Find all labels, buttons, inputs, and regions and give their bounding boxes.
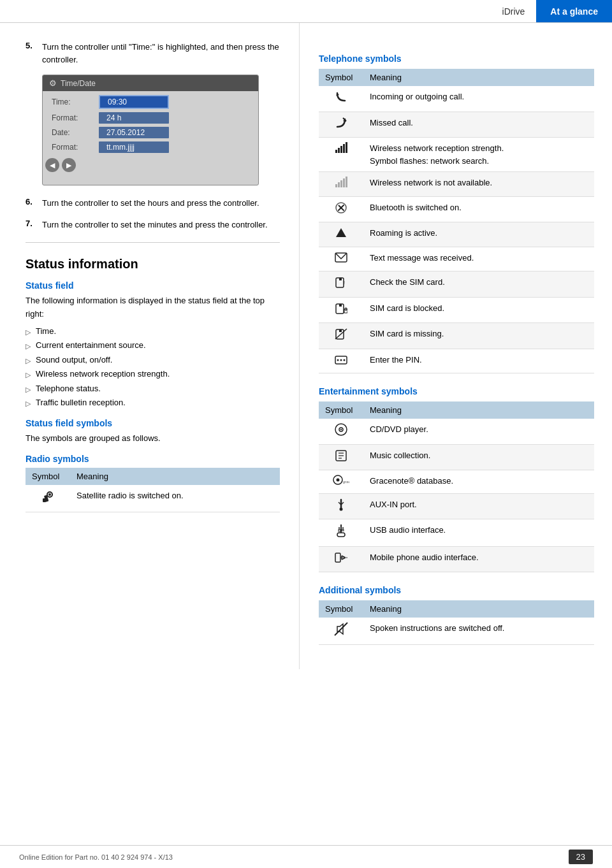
tel-meaning-not-available: Wireless network is not available. bbox=[363, 172, 594, 197]
ent-meaning-usb: USB audio interface. bbox=[363, 519, 594, 547]
additional-symbols-heading: Additional symbols bbox=[319, 585, 594, 595]
telephone-symbols-heading: Telephone symbols bbox=[319, 54, 594, 64]
table-row: SIM card is missing. bbox=[319, 323, 594, 349]
svg-point-3 bbox=[48, 493, 51, 496]
enter-pin-icon bbox=[335, 354, 347, 365]
main-content: 5. Turn the controller until "Time:" is … bbox=[0, 23, 612, 669]
ent-symbol-gracenote: gracenote bbox=[319, 470, 363, 494]
table-row: gracenote Gracenote® database. bbox=[319, 470, 594, 494]
ent-symbol-cddvd bbox=[319, 419, 363, 444]
ent-symbol-music bbox=[319, 444, 363, 470]
additional-symbols-table: Symbol Meaning Spoken instructions are s… bbox=[319, 600, 594, 645]
table-row: AUX-IN port. bbox=[319, 493, 594, 519]
nav-right-arrow[interactable]: ▶ bbox=[62, 158, 76, 172]
status-field-symbols-text: The symbols are grouped as follows. bbox=[26, 432, 280, 445]
sim-missing-icon bbox=[335, 328, 347, 340]
no-network-icon bbox=[335, 177, 347, 188]
roaming-icon bbox=[335, 227, 347, 238]
radio-symbol-cell bbox=[26, 485, 70, 512]
svg-point-43 bbox=[340, 507, 343, 510]
radio-table-col2: Meaning bbox=[70, 468, 280, 485]
tel-symbol-reception bbox=[319, 138, 363, 172]
tel-symbol-enter-pin bbox=[319, 349, 363, 373]
telephone-symbols-table: Symbol Meaning Incoming or outgoing call… bbox=[319, 69, 594, 373]
step-5-number: 5. bbox=[26, 41, 37, 66]
add-table-col1: Symbol bbox=[319, 600, 363, 618]
nav-left-arrow[interactable]: ◀ bbox=[45, 158, 59, 172]
tel-symbol-sim-blocked bbox=[319, 297, 363, 323]
table-row: Spoken instructions are switched off. bbox=[319, 618, 594, 644]
svg-point-30 bbox=[340, 359, 342, 361]
incoming-call-icon bbox=[335, 90, 347, 103]
sim-blocked-icon bbox=[335, 302, 347, 315]
svg-rect-47 bbox=[337, 533, 345, 537]
aux-icon bbox=[335, 498, 347, 511]
bullet-text: Wireless network reception strength. bbox=[36, 368, 170, 380]
step-5-text: Turn the controller until "Time:" is hig… bbox=[42, 41, 280, 66]
tel-symbol-missed bbox=[319, 112, 363, 138]
svg-rect-19 bbox=[339, 278, 342, 280]
ent-symbol-usb bbox=[319, 519, 363, 547]
table-row: Music collection. bbox=[319, 444, 594, 470]
page-header: iDrive At a glance bbox=[0, 0, 612, 23]
tel-meaning-incoming: Incoming or outgoing call. bbox=[363, 86, 594, 112]
step-6-number: 6. bbox=[26, 197, 37, 210]
add-symbol-spoken bbox=[319, 618, 363, 644]
svg-rect-8 bbox=[343, 144, 345, 153]
list-item: ▷Wireless network reception strength. bbox=[26, 368, 280, 380]
svg-rect-50 bbox=[339, 530, 340, 532]
tel-meaning-enter-pin: Enter the PIN. bbox=[363, 349, 594, 373]
tel-meaning-sms: Text message was received. bbox=[363, 247, 594, 271]
ent-meaning-aux: AUX-IN port. bbox=[363, 493, 594, 519]
tel-symbol-roaming bbox=[319, 222, 363, 247]
mobile-audio-icon bbox=[334, 551, 348, 564]
step-5: 5. Turn the controller until "Time:" is … bbox=[26, 41, 280, 66]
tel-meaning-missed: Missed call. bbox=[363, 112, 594, 138]
bluetooth-icon bbox=[335, 201, 347, 214]
table-row: Satellite radio is switched on. bbox=[26, 485, 280, 512]
status-bullet-list: ▷Time. ▷Current entertainment source. ▷S… bbox=[26, 325, 280, 409]
timedate-row-format1: Format: 24 h bbox=[52, 112, 249, 124]
timedate-screenshot: ⚙ Time/Date Time: 09:30 Format: 24 h Dat… bbox=[42, 75, 259, 185]
tel-meaning-reception: Wireless network reception strength.Symb… bbox=[363, 138, 594, 172]
svg-rect-6 bbox=[338, 148, 340, 153]
missed-call-icon bbox=[335, 117, 347, 129]
right-column: Telephone symbols Symbol Meaning Incomi bbox=[300, 23, 612, 669]
ent-meaning-cddvd: CD/DVD player. bbox=[363, 419, 594, 444]
timedate-label-date: Date: bbox=[52, 128, 96, 137]
ent-symbol-mobile bbox=[319, 546, 363, 572]
status-field-symbols-heading: Status field symbols bbox=[26, 418, 280, 428]
timedate-label-format1: Format: bbox=[52, 113, 96, 122]
radio-symbols-table: Symbol Meaning Satellite radio is switch bbox=[26, 468, 280, 512]
svg-rect-11 bbox=[338, 182, 340, 187]
add-table-col2: Meaning bbox=[363, 600, 594, 618]
svg-rect-26 bbox=[339, 329, 342, 332]
add-meaning-spoken: Spoken instructions are switched off. bbox=[363, 618, 594, 644]
timedate-row-time: Time: 09:30 bbox=[52, 95, 249, 109]
status-information-heading: Status information bbox=[26, 257, 280, 271]
list-item: ▷Time. bbox=[26, 325, 280, 338]
svg-rect-10 bbox=[335, 184, 337, 187]
svg-rect-13 bbox=[343, 178, 345, 187]
ent-table-col2: Meaning bbox=[363, 401, 594, 419]
status-field-text: The following information is displayed i… bbox=[26, 294, 280, 321]
bullet-text: Traffic bulletin reception. bbox=[36, 396, 126, 409]
left-column: 5. Turn the controller until "Time:" is … bbox=[0, 23, 300, 669]
tel-symbol-not-available bbox=[319, 172, 363, 197]
svg-line-57 bbox=[335, 623, 347, 635]
table-row: Wireless network is not available. bbox=[319, 172, 594, 197]
tel-table-col2: Meaning bbox=[363, 69, 594, 86]
gracenote-icon: gracenote bbox=[333, 475, 349, 485]
table-row: Roaming is active. bbox=[319, 222, 594, 247]
bullet-arrow-icon: ▷ bbox=[26, 398, 31, 409]
step-6: 6. Turn the controller to set the hours … bbox=[26, 197, 280, 210]
timedate-value-time: 09:30 bbox=[99, 95, 169, 109]
spoken-instructions-off-icon bbox=[334, 622, 348, 636]
timedate-title-row: ⚙ Time/Date bbox=[43, 75, 258, 91]
svg-rect-7 bbox=[340, 146, 342, 153]
svg-text:!: ! bbox=[344, 280, 345, 285]
usb-icon bbox=[335, 524, 347, 538]
timedate-value-format1: 24 h bbox=[99, 112, 169, 124]
entertainment-symbols-heading: Entertainment symbols bbox=[319, 386, 594, 396]
page-footer: Online Edition for Part no. 01 40 2 924 … bbox=[0, 845, 612, 868]
